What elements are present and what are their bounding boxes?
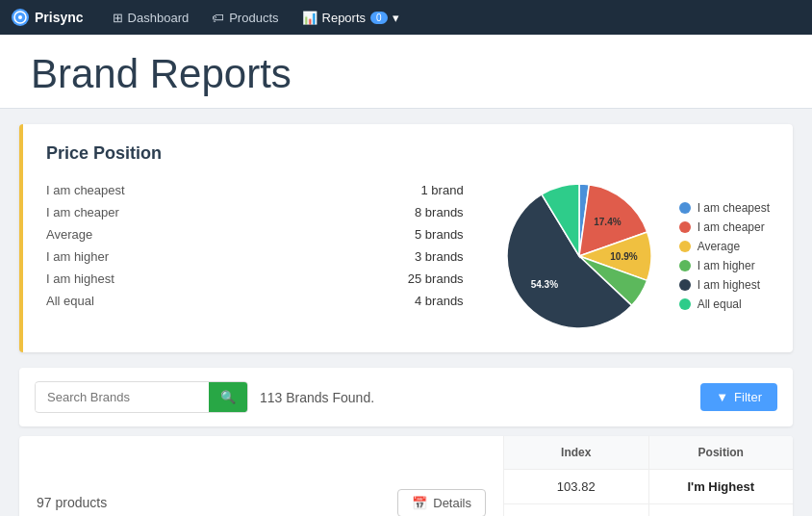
search-section: 🔍 113 Brands Found. ▼ Filter: [19, 368, 793, 426]
details-button[interactable]: 📅 Details: [397, 489, 486, 516]
table-left-cell: 97 products 📅 Details: [19, 436, 504, 516]
position-header: Position: [649, 436, 794, 469]
page-title-bar: Brand Reports: [0, 35, 812, 109]
search-icon: 🔍: [220, 390, 236, 404]
tag-icon: 🏷: [212, 11, 224, 25]
legend-dot: [679, 241, 691, 252]
brands-table: 97 products 📅 Details Index Position 103…: [19, 436, 793, 516]
legend-dot: [679, 260, 691, 271]
stat-row: I am cheapest1 brand: [46, 179, 464, 201]
svg-point-1: [18, 15, 22, 19]
index-value: 103.82: [504, 470, 649, 503]
dropdown-arrow-icon: ▾: [393, 11, 399, 25]
stat-label: I am cheaper: [46, 205, 119, 219]
legend-item: Average: [679, 240, 770, 253]
stat-row: I am higher3 brands: [46, 245, 464, 268]
pie-chart: 17.4%10.9%54.3%: [502, 179, 656, 333]
filter-icon: ▼: [716, 390, 728, 404]
svg-text:10.9%: 10.9%: [610, 251, 637, 262]
legend-label: Average: [698, 240, 740, 253]
stat-row: All equal4 brands: [46, 290, 464, 312]
position-value: I'm Highest: [649, 470, 794, 503]
legend-item: I am cheapest: [679, 201, 770, 215]
stat-label: I am cheapest: [46, 183, 125, 197]
table-right-cell: Index Position 103.82 I'm Highest Min Be…: [504, 436, 793, 516]
legend-dot: [679, 298, 691, 310]
legend-item: I am higher: [679, 259, 770, 272]
legend-item: I am cheaper: [679, 220, 770, 234]
chart-icon: 📊: [302, 11, 317, 25]
stat-row: Average5 brands: [46, 223, 464, 245]
filter-button[interactable]: ▼ Filter: [700, 383, 777, 411]
stat-label: All equal: [46, 294, 94, 308]
min-header: Min: [504, 504, 649, 516]
legend-label: All equal: [698, 297, 742, 311]
legend-label: I am highest: [698, 278, 760, 292]
brand-logo[interactable]: Prisync: [12, 9, 84, 26]
sub-header-row: Min Best Matched: [504, 504, 793, 516]
nav-products[interactable]: 🏷 Products: [202, 0, 288, 35]
search-input-wrap: 🔍: [35, 381, 248, 413]
main-content: Brand Reports Price Position I am cheape…: [0, 35, 812, 516]
reports-badge: 0: [370, 12, 388, 24]
price-position-card: Price Position I am cheapest1 brandI am …: [19, 124, 793, 352]
price-stats: I am cheapest1 brandI am cheaper8 brands…: [46, 179, 464, 312]
stat-label: Average: [46, 227, 92, 242]
nav-links: ⊞ Dashboard 🏷 Products 📊 Reports 0 ▾: [103, 0, 800, 35]
table-row: 97 products 📅 Details Index Position 103…: [19, 436, 793, 516]
chart-legend: I am cheapestI am cheaperAverageI am hig…: [679, 201, 770, 311]
stat-value: 3 brands: [396, 249, 464, 264]
search-button[interactable]: 🔍: [209, 382, 247, 412]
legend-label: I am cheapest: [698, 201, 770, 215]
stat-row: I am highest25 brands: [46, 268, 464, 290]
calendar-icon: 📅: [412, 496, 427, 510]
search-input[interactable]: [36, 383, 209, 411]
legend-item: All equal: [679, 297, 770, 311]
svg-text:54.3%: 54.3%: [530, 279, 557, 290]
legend-label: I am higher: [698, 259, 755, 272]
stat-value: 8 brands: [396, 205, 464, 219]
legend-item: I am highest: [679, 278, 770, 292]
chart-area: 17.4%10.9%54.3% I am cheapestI am cheape…: [502, 179, 770, 333]
stat-label: I am higher: [46, 249, 109, 264]
navbar: Prisync ⊞ Dashboard 🏷 Products 📊 Reports…: [0, 0, 812, 35]
index-position-row: 103.82 I'm Highest: [504, 470, 793, 504]
legend-dot: [679, 202, 691, 214]
nav-reports[interactable]: 📊 Reports 0 ▾: [292, 0, 409, 35]
stat-label: I am highest: [46, 271, 114, 286]
index-header: Index: [504, 436, 649, 469]
best-matched-header: Best Matched: [649, 504, 794, 516]
page-title: Brand Reports: [31, 52, 781, 96]
brands-found-text: 113 Brands Found.: [260, 390, 689, 405]
svg-text:17.4%: 17.4%: [594, 217, 621, 227]
stat-value: 1 brand: [396, 183, 464, 197]
grid-icon: ⊞: [113, 11, 123, 25]
stat-value: 4 brands: [396, 294, 464, 308]
stat-value: 25 brands: [396, 271, 464, 286]
table-header: Index Position: [504, 436, 793, 470]
logo-icon: [12, 9, 29, 26]
legend-dot: [679, 279, 691, 291]
products-count: 97 products: [37, 495, 107, 510]
stat-value: 5 brands: [396, 227, 464, 242]
stat-row: I am cheaper8 brands: [46, 201, 464, 223]
legend-dot: [679, 221, 691, 233]
price-position-title: Price Position: [46, 143, 770, 164]
legend-label: I am cheaper: [698, 220, 765, 234]
brand-name: Prisync: [35, 10, 84, 25]
nav-dashboard[interactable]: ⊞ Dashboard: [103, 0, 199, 35]
price-position-content: I am cheapest1 brandI am cheaper8 brands…: [46, 179, 770, 333]
